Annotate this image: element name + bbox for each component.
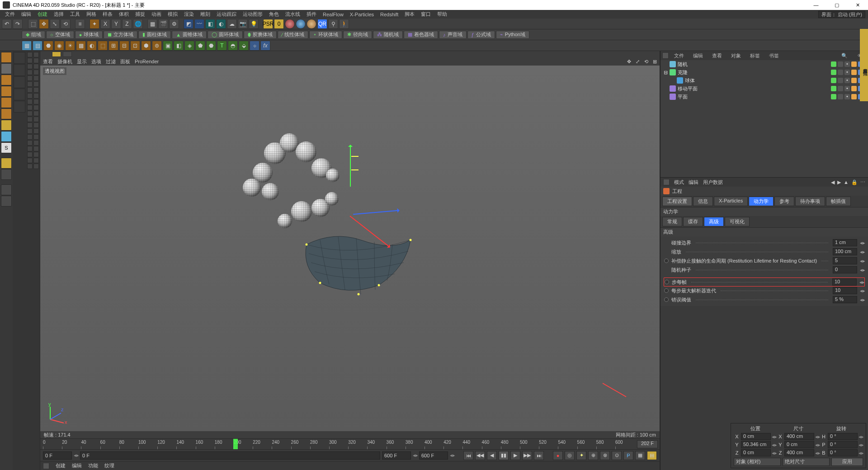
- mg-icon[interactable]: ⬣: [43, 41, 53, 51]
- range-max-field[interactable]: 600 F: [419, 451, 448, 460]
- mg-icon[interactable]: ▣: [163, 41, 173, 51]
- attr-tab[interactable]: 帧插值: [826, 197, 851, 206]
- vp-nav-icon[interactable]: ✥: [627, 59, 631, 65]
- menu-edit[interactable]: 编辑: [18, 10, 34, 19]
- maximize-button[interactable]: ▢: [826, 0, 847, 10]
- goto-end-icon[interactable]: ⏭: [534, 451, 544, 460]
- zero-icon[interactable]: 0: [274, 19, 284, 29]
- prev-frame-icon[interactable]: ◀: [487, 451, 497, 460]
- ball1-icon[interactable]: [285, 19, 295, 29]
- add-deformer-icon[interactable]: ◐: [216, 19, 226, 29]
- render-view-icon[interactable]: ▦: [147, 19, 157, 29]
- grid-cell[interactable]: [27, 164, 33, 169]
- range-slider[interactable]: 0 F: [80, 451, 380, 460]
- right-vertical-tabs[interactable]: 内容对象库 属性: [860, 29, 868, 101]
- layout-dropdown[interactable]: 界面： 启动 (用户): [818, 11, 865, 18]
- menu-snap[interactable]: 捕捉: [132, 10, 148, 19]
- grid-cell[interactable]: [27, 93, 33, 99]
- grid-cell[interactable]: [27, 87, 33, 93]
- menu-sim[interactable]: 模拟: [165, 10, 181, 19]
- lock-icon[interactable]: 🔒: [851, 179, 858, 185]
- vb-panel[interactable]: 面板: [120, 58, 130, 65]
- menu-realflow[interactable]: RealFlow: [320, 11, 347, 18]
- mg-icon[interactable]: ◧: [174, 41, 184, 51]
- cube-field-button[interactable]: ◼立方体域: [104, 31, 137, 39]
- viewport-solo-icon[interactable]: [1, 131, 12, 142]
- mg-icon[interactable]: ◈: [184, 41, 194, 51]
- mg-icon[interactable]: ▤: [33, 41, 42, 51]
- menu-create[interactable]: 创建: [34, 10, 51, 19]
- vb-filter[interactable]: 过滤: [106, 58, 116, 65]
- menu-script[interactable]: 脚本: [401, 10, 418, 19]
- cone-field-button[interactable]: ▲圆锥体域: [172, 31, 207, 39]
- mg-icon[interactable]: ◐: [87, 41, 97, 51]
- viewport[interactable]: 透视视图: [40, 66, 660, 431]
- timeline[interactable]: 0204060801001201401601802002202402602803…: [40, 438, 660, 449]
- grid-cell[interactable]: [27, 58, 33, 63]
- grid-cell[interactable]: [27, 140, 33, 146]
- attr-value-field[interactable]: 5: [833, 257, 857, 264]
- menu-file[interactable]: 文件: [2, 10, 18, 19]
- coord-field[interactable]: 0 °: [828, 449, 858, 456]
- coord-field[interactable]: 0 cm: [784, 441, 814, 448]
- mg-icon[interactable]: ⟐: [250, 41, 259, 51]
- menu-pipeline[interactable]: 流水线: [282, 10, 303, 19]
- anim-dot[interactable]: [664, 288, 669, 293]
- next-frame-icon[interactable]: ▶: [510, 451, 520, 460]
- edges-mode-icon[interactable]: [1, 97, 12, 108]
- mg-icon[interactable]: ▦: [22, 41, 32, 51]
- axis-mode-icon[interactable]: [1, 120, 12, 131]
- sel-poly-icon[interactable]: [14, 89, 25, 100]
- sound-field-button[interactable]: ♪声音域: [439, 31, 467, 39]
- grid-cell[interactable]: [27, 70, 33, 75]
- menu-redshift[interactable]: Redshift: [377, 11, 401, 18]
- grid-cell[interactable]: [27, 122, 33, 128]
- anim-dot[interactable]: [664, 258, 669, 263]
- grid-cell[interactable]: [27, 75, 33, 81]
- grid-cell[interactable]: [33, 111, 39, 116]
- psr-icon[interactable]: PSR: [263, 19, 273, 29]
- mg-icon[interactable]: T: [217, 41, 227, 51]
- sel-lasso-icon[interactable]: [14, 76, 25, 88]
- ball2-icon[interactable]: [296, 19, 306, 29]
- lock-icon[interactable]: [1, 184, 12, 195]
- grid-cell[interactable]: [27, 52, 33, 57]
- grid-cell[interactable]: [27, 134, 33, 140]
- attr-tab[interactable]: 缓存: [683, 217, 703, 226]
- menu-volume[interactable]: 体积: [116, 10, 132, 19]
- grid-cell[interactable]: [27, 128, 33, 134]
- mg-icon[interactable]: ⊞: [108, 41, 118, 51]
- axis-lock-icon[interactable]: ✦: [90, 19, 99, 29]
- mg-icon[interactable]: ⬣: [206, 41, 216, 51]
- grid-cell[interactable]: [33, 164, 39, 169]
- qr-icon[interactable]: QR: [317, 19, 327, 29]
- menu-char[interactable]: 角色: [266, 10, 282, 19]
- attr-tab[interactable]: 参考: [774, 197, 794, 206]
- model-mode-icon[interactable]: [1, 52, 12, 63]
- coord-field[interactable]: 50.346 cm: [741, 441, 771, 448]
- formula-field-button[interactable]: ƒ公式域: [467, 31, 495, 39]
- grid-cell[interactable]: [33, 81, 39, 87]
- corner-icon[interactable]: [663, 179, 670, 185]
- attr-tab[interactable]: 动力学: [749, 197, 774, 206]
- grid-cell[interactable]: [33, 105, 39, 110]
- cyl-field-button[interactable]: ▮圆柱体域: [138, 31, 171, 39]
- vb-cam[interactable]: 摄像机: [57, 58, 72, 65]
- coord-field[interactable]: 0 cm: [741, 433, 771, 440]
- autokey-icon[interactable]: ◎: [565, 451, 575, 460]
- next-key-icon[interactable]: ▶▶: [522, 451, 532, 460]
- anim-dot[interactable]: [664, 297, 669, 302]
- menu-render[interactable]: 渲染: [181, 10, 197, 19]
- z-axis-icon[interactable]: Z: [122, 19, 132, 29]
- add-object-icon[interactable]: ◩: [184, 19, 193, 29]
- mg-icon[interactable]: ▩: [76, 41, 86, 51]
- grid-cell[interactable]: [33, 152, 39, 157]
- omt-view[interactable]: 查看: [708, 52, 726, 60]
- menu-tools[interactable]: 工具: [67, 10, 83, 19]
- current-frame-field[interactable]: 202 F: [637, 440, 658, 448]
- opt4-icon[interactable]: P: [623, 451, 633, 460]
- omt-tag[interactable]: 标签: [746, 52, 764, 60]
- vb-view[interactable]: 查看: [43, 58, 53, 65]
- coord-field[interactable]: 0 °: [828, 433, 858, 440]
- soft-sel-icon[interactable]: [1, 196, 12, 207]
